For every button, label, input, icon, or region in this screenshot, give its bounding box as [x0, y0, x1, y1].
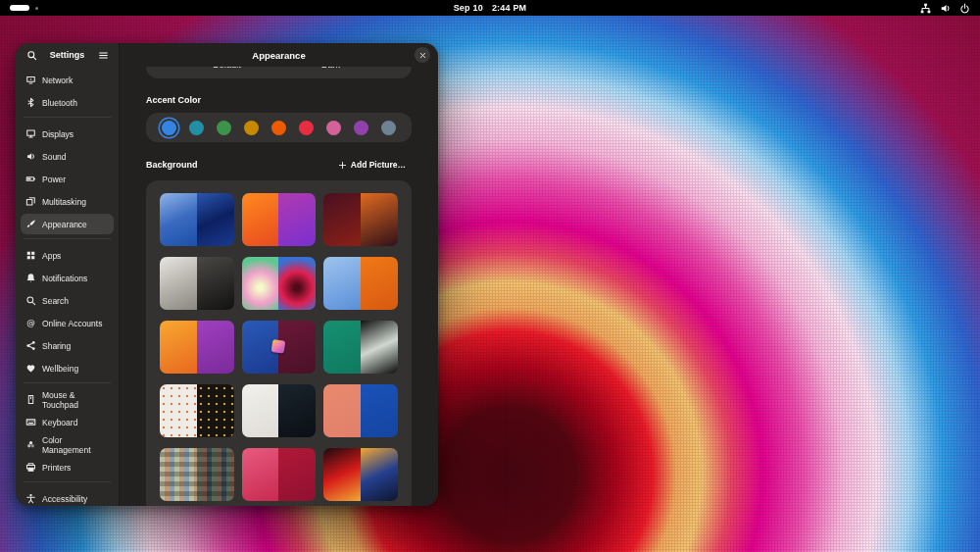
sidebar-item-label: Keyboard	[42, 418, 77, 427]
sidebar-item-notifications[interactable]: Notifications	[21, 268, 114, 288]
sidebar-item-appearance[interactable]: Appearance	[21, 214, 114, 234]
sidebar-item-label: Accessibility	[42, 494, 87, 504]
accent-color-swatch-5[interactable]	[299, 121, 314, 135]
wallpaper-tile-flat-salmon-blue[interactable]	[323, 384, 398, 437]
light-variant	[323, 257, 361, 310]
accent-color-swatch-2[interactable]	[217, 121, 231, 135]
sidebar-item-sound[interactable]: Sound	[21, 146, 114, 167]
wallpaper-tile-pink-capsules[interactable]	[242, 448, 317, 501]
network-icon	[25, 75, 36, 85]
panel-headerbar: Appearance	[120, 43, 438, 67]
sidebar-item-label: Multitasking	[42, 197, 86, 207]
power-icon	[25, 174, 36, 184]
style-option-default[interactable]: Default	[183, 67, 271, 70]
settings-sidebar: Settings NetworkBluetoothDisplaysSoundPo…	[16, 43, 120, 506]
wallpaper-grid-card	[146, 180, 412, 506]
clock-button[interactable]: Sep 10 2:44 PM	[0, 3, 980, 13]
dark-variant	[278, 384, 316, 437]
top-bar: Sep 10 2:44 PM	[0, 0, 980, 16]
sidebar-item-bluetooth[interactable]: Bluetooth	[21, 92, 114, 113]
sidebar-item-label: Sharing	[42, 341, 71, 351]
sidebar-item-power[interactable]: Power	[21, 169, 114, 189]
light-variant	[242, 257, 279, 310]
sidebar-item-label: Search	[42, 296, 69, 306]
svg-text:@: @	[26, 318, 35, 327]
dark-variant	[361, 448, 398, 501]
plus-icon	[338, 161, 347, 170]
wallpaper-tile-flame-abstract[interactable]	[323, 448, 398, 501]
sidebar-item-search[interactable]: Search	[21, 290, 114, 311]
sidebar-item-label: Online Accounts	[42, 319, 102, 328]
sidebar-item-printers[interactable]: Printers	[21, 457, 114, 477]
accent-color-swatch-3[interactable]	[244, 121, 259, 135]
accent-color-label: Accent Color	[146, 95, 412, 105]
sidebar-item-color-management[interactable]: Color Management	[21, 434, 114, 455]
light-variant	[160, 257, 197, 310]
sidebar-item-label: Wellbeing	[42, 364, 78, 374]
light-variant	[160, 448, 197, 501]
dark-variant	[278, 193, 316, 246]
notifications-icon	[25, 273, 36, 283]
style-option-dark[interactable]: Dark	[287, 67, 375, 70]
wallpaper-tile-drips-blue-orange[interactable]	[323, 257, 398, 310]
light-variant	[160, 321, 197, 374]
wallpaper-tile-petals-orange-purple[interactable]	[160, 321, 234, 374]
style-selector-card: Default Dark	[146, 67, 412, 78]
close-icon[interactable]	[415, 47, 430, 63]
add-picture-button[interactable]: Add Picture…	[332, 157, 412, 173]
sidebar-item-online-accounts[interactable]: @Online Accounts	[21, 313, 114, 333]
panel-scroll-area[interactable]: Default Dark Accent Color Background Add…	[120, 67, 438, 506]
cube-graphic	[271, 339, 286, 354]
sidebar-item-multitasking[interactable]: Multitasking	[21, 191, 114, 212]
light-variant	[242, 193, 279, 246]
wallpaper-tile-metro-map[interactable]	[242, 384, 317, 437]
wallpaper-grid	[160, 193, 398, 501]
wallpaper-tile-mosaic-pixels[interactable]	[160, 448, 234, 501]
sidebar-item-sharing[interactable]: Sharing	[21, 335, 114, 356]
light-variant	[323, 193, 361, 246]
light-variant	[323, 321, 361, 374]
sidebar-item-wellbeing[interactable]: Wellbeing	[21, 358, 114, 378]
wallpaper-tile-orange-purple-gradient[interactable]	[242, 193, 317, 246]
dark-variant	[278, 448, 316, 501]
sidebar-item-label: Printers	[42, 463, 71, 473]
wallpaper-tile-geometric-blue[interactable]	[160, 193, 234, 246]
light-variant	[160, 193, 197, 246]
sidebar-item-apps[interactable]: Apps	[21, 245, 114, 266]
sidebar-item-label: Sound	[42, 152, 67, 162]
dark-variant	[197, 448, 234, 501]
panel-title: Appearance	[252, 50, 305, 61]
sidebar-item-label: Network	[42, 75, 73, 85]
sidebar-divider	[24, 238, 111, 239]
sidebar-header: Settings	[16, 43, 119, 67]
keyboard-icon	[25, 417, 36, 427]
wallpaper-tile-glass-green-dark[interactable]	[323, 321, 398, 374]
search-icon[interactable]	[24, 47, 39, 63]
wallpaper-tile-red-glitch[interactable]	[323, 193, 398, 246]
background-section-header: Background Add Picture…	[146, 157, 412, 173]
sidebar-title: Settings	[43, 50, 91, 60]
accent-color-swatch-1[interactable]	[189, 121, 204, 135]
dark-variant	[361, 321, 398, 374]
light-variant	[242, 448, 279, 501]
wallpaper-tile-pixel-rings[interactable]	[242, 257, 317, 310]
sidebar-item-mouse-touchpad[interactable]: Mouse & Touchpad	[21, 389, 114, 410]
dark-variant	[278, 257, 316, 310]
menu-icon[interactable]	[95, 47, 111, 63]
accent-color-swatch-7[interactable]	[354, 121, 368, 135]
sidebar-item-accessibility[interactable]: Accessibility	[21, 488, 114, 506]
accent-color-swatch-0[interactable]	[162, 121, 176, 135]
wallpaper-tile-cube-blue-maroon[interactable]	[242, 321, 317, 374]
accent-color-swatch-8[interactable]	[381, 121, 396, 135]
sidebar-item-label: Color Management	[42, 435, 109, 455]
accent-color-swatch-6[interactable]	[326, 121, 341, 135]
sidebar-item-network[interactable]: Network	[21, 70, 114, 90]
sidebar-item-keyboard[interactable]: Keyboard	[21, 412, 114, 432]
settings-window: Settings NetworkBluetoothDisplaysSoundPo…	[16, 43, 438, 506]
wallpaper-tile-confetti-dots[interactable]	[160, 384, 234, 437]
sidebar-item-displays[interactable]: Displays	[21, 124, 114, 144]
wallpaper-tile-gray-swirl[interactable]	[160, 257, 234, 310]
dark-variant	[197, 193, 234, 246]
accent-color-swatch-4[interactable]	[271, 121, 286, 135]
light-variant	[323, 384, 361, 437]
